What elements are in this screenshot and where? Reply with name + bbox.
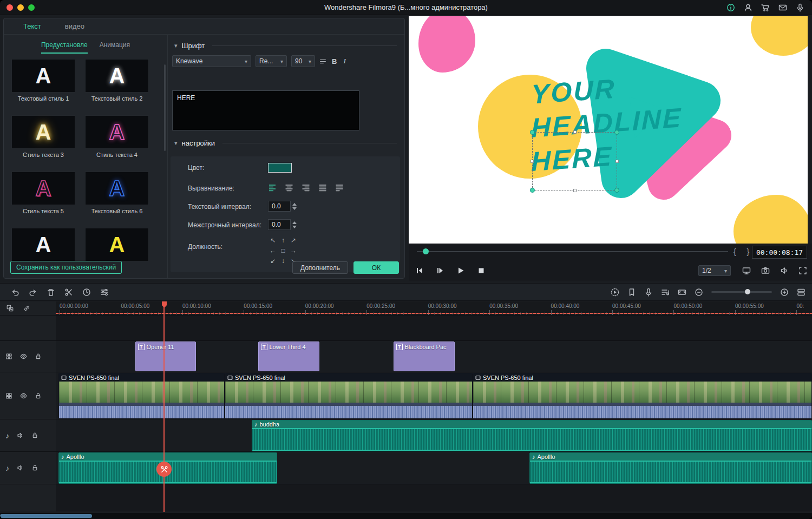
snapshot-camera-button[interactable] xyxy=(759,265,772,276)
music-note-icon[interactable]: ♪ xyxy=(5,431,9,440)
selection-handle[interactable] xyxy=(573,130,577,134)
lock-icon[interactable] xyxy=(31,432,38,439)
timeline-hscroll-thumb[interactable] xyxy=(0,514,92,518)
account-icon[interactable] xyxy=(744,3,752,12)
speaker-icon[interactable] xyxy=(17,464,24,471)
text-selection-box[interactable] xyxy=(532,132,617,190)
stop-button[interactable] xyxy=(475,265,488,276)
spin-down-button[interactable] xyxy=(292,207,297,210)
text-style-icon[interactable] xyxy=(319,58,326,65)
settings-section-header[interactable]: ▾ настройки xyxy=(168,139,404,147)
mail-icon[interactable] xyxy=(778,3,787,12)
tab-video[interactable]: видео xyxy=(65,22,84,30)
tab-animation[interactable]: Анимация xyxy=(100,41,130,54)
preset-style-item[interactable]: AТекстовый стиль 1 xyxy=(11,59,75,104)
position-up-button[interactable]: ↑ xyxy=(278,235,288,245)
fit-timeline-icon[interactable] xyxy=(678,288,686,297)
redo-icon[interactable] xyxy=(29,288,37,297)
text-clip[interactable]: TOpener 11 xyxy=(135,341,196,371)
italic-button[interactable]: I xyxy=(342,57,346,65)
playhead[interactable] xyxy=(163,301,165,512)
save-custom-button[interactable]: Сохранить как пользовательский xyxy=(10,261,122,274)
audio-clip[interactable]: ♪Apolllo xyxy=(529,452,812,484)
preview-canvas[interactable]: YOUR HEADLINE HERE xyxy=(409,16,808,244)
audio-clip[interactable]: ♪buddha xyxy=(252,420,812,451)
spin-down-button[interactable] xyxy=(292,226,297,228)
preset-style-item[interactable]: A xyxy=(11,228,75,264)
preset-style-item[interactable]: AСтиль текста 4 xyxy=(85,115,149,161)
preset-style-item[interactable]: AСтиль текста 3 xyxy=(11,115,75,161)
position-left-button[interactable]: ← xyxy=(268,246,278,255)
preset-scrollbar[interactable] xyxy=(164,64,166,151)
selection-handle[interactable] xyxy=(614,188,619,193)
track-type-icon[interactable] xyxy=(5,392,12,399)
position-up-left-button[interactable]: ↖ xyxy=(268,235,278,245)
step-forward-button[interactable] xyxy=(434,265,447,276)
zoom-out-icon[interactable] xyxy=(695,288,703,297)
advanced-button[interactable]: Дополнитель xyxy=(292,261,348,274)
ok-button[interactable]: ОК xyxy=(353,261,399,274)
info-icon[interactable] xyxy=(726,3,735,12)
speaker-icon[interactable] xyxy=(17,432,24,439)
spin-up-button[interactable] xyxy=(292,221,297,224)
video-clip[interactable]: SVEN PS-650 final xyxy=(473,373,812,419)
justify-last-left-icon[interactable] xyxy=(335,183,344,192)
lock-icon[interactable] xyxy=(35,353,42,360)
mixer-icon[interactable] xyxy=(661,288,670,297)
link-snap-icon[interactable] xyxy=(23,305,30,312)
play-button[interactable] xyxy=(454,265,467,276)
selection-handle[interactable] xyxy=(573,189,577,192)
tab-presets[interactable]: Предустановле xyxy=(41,41,88,54)
split-clip-button[interactable] xyxy=(156,462,172,477)
color-swatch[interactable] xyxy=(268,163,292,173)
fullscreen-button[interactable] xyxy=(796,265,809,276)
cart-icon[interactable] xyxy=(761,3,770,12)
render-preview-icon[interactable] xyxy=(611,288,619,297)
selection-handle[interactable] xyxy=(530,130,535,135)
position-right-button[interactable]: → xyxy=(289,246,298,255)
preset-style-item[interactable]: AТекстовый стиль 2 xyxy=(85,59,149,104)
preset-style-item[interactable]: AСтиль текста 5 xyxy=(11,172,75,217)
delete-icon[interactable] xyxy=(47,288,55,297)
preview-seek-bar[interactable] xyxy=(417,251,728,252)
font-size-select[interactable]: 90▾ xyxy=(291,55,315,67)
text-content-input[interactable]: HERE xyxy=(172,90,359,130)
video-clip[interactable]: SVEN PS-650 final xyxy=(58,373,225,419)
position-center-button[interactable]: □ xyxy=(278,246,288,255)
selection-handle[interactable] xyxy=(530,188,535,193)
timeline-zoom-slider[interactable] xyxy=(711,291,772,293)
manage-tracks-icon[interactable] xyxy=(6,305,14,312)
position-up-right-button[interactable]: ↗ xyxy=(289,235,298,245)
align-right-icon[interactable] xyxy=(302,183,310,192)
bold-button[interactable]: B xyxy=(331,57,338,65)
tab-text[interactable]: Текст xyxy=(23,22,41,30)
undo-icon[interactable] xyxy=(11,288,19,297)
volume-button[interactable] xyxy=(778,265,791,276)
selection-handle[interactable] xyxy=(531,160,534,163)
duration-clock-icon[interactable] xyxy=(82,288,91,297)
marker-icon[interactable] xyxy=(627,288,636,297)
timeline-hscroll[interactable] xyxy=(0,513,812,519)
lock-icon[interactable] xyxy=(31,464,38,471)
video-clip[interactable]: SVEN PS-650 final xyxy=(225,373,473,419)
adjust-sliders-icon[interactable] xyxy=(100,288,109,297)
line-spacing-input[interactable]: 0.0 xyxy=(268,219,291,230)
voiceover-mic-icon[interactable] xyxy=(644,288,653,297)
justify-icon[interactable] xyxy=(318,183,327,192)
seek-handle[interactable] xyxy=(423,248,429,254)
music-note-icon[interactable]: ♪ xyxy=(5,464,9,472)
track-type-icon[interactable] xyxy=(5,353,12,360)
zoom-in-icon[interactable] xyxy=(780,288,789,297)
align-left-icon[interactable] xyxy=(268,183,277,192)
step-back-button[interactable] xyxy=(413,265,426,276)
font-family-select[interactable]: Knewave▾ xyxy=(172,55,251,67)
spin-up-button[interactable] xyxy=(292,203,297,206)
align-center-icon[interactable] xyxy=(285,183,293,192)
zoom-slider-handle[interactable] xyxy=(745,289,750,294)
track-manager-icon[interactable] xyxy=(797,288,806,297)
lock-icon[interactable] xyxy=(35,392,42,399)
text-clip[interactable]: TLower Third 4 xyxy=(258,341,319,371)
mic-icon[interactable] xyxy=(796,3,804,12)
eye-icon[interactable] xyxy=(20,353,27,360)
play-quality-select[interactable]: 1/2▾ xyxy=(698,265,731,276)
